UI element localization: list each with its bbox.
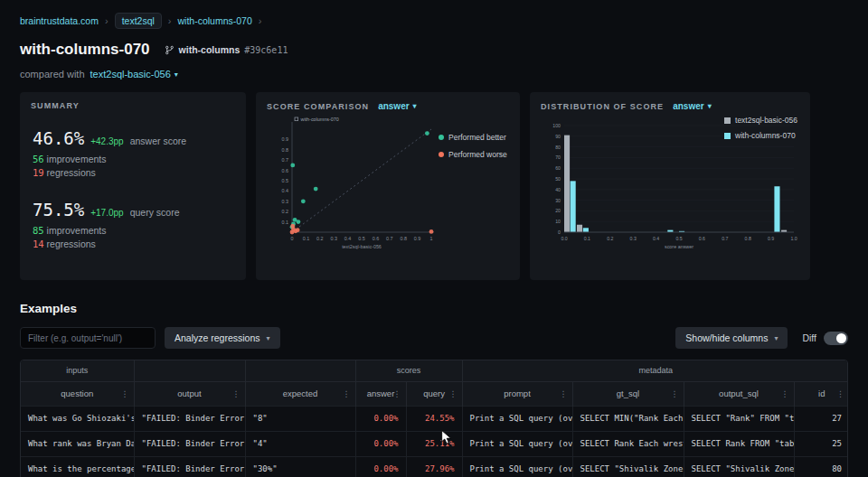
- cell-expected[interactable]: "30%": [245, 456, 355, 477]
- cell-gt_sql[interactable]: SELECT Rank Each wrestl…: [572, 431, 684, 456]
- cell-prompt[interactable]: Print a SQL query (over …: [462, 431, 572, 456]
- legend-dot-better: [439, 135, 444, 140]
- cell-answer[interactable]: 0.00%: [355, 456, 406, 477]
- cell-query[interactable]: 24.55%: [406, 406, 462, 431]
- column-group-inputs: inputs: [21, 360, 134, 381]
- breadcrumb: braintrustdata.com › text2sql › with-col…: [0, 0, 868, 29]
- cell-expected[interactable]: "8": [245, 406, 355, 431]
- svg-text:80: 80: [555, 145, 561, 150]
- column-header-gt_sql[interactable]: gt_sql⋮: [572, 381, 684, 406]
- answer-score-metric: 46.6% +42.3pp answer score 56 improvemen…: [31, 128, 235, 178]
- breadcrumb-project[interactable]: text2sql: [115, 13, 162, 29]
- column-header-prompt[interactable]: prompt⋮: [462, 381, 572, 406]
- toggle-knob: [836, 333, 846, 343]
- breadcrumb-org[interactable]: braintrustdata.com: [20, 15, 99, 26]
- svg-text:0: 0: [558, 229, 561, 235]
- column-menu-icon[interactable]: ⋮: [781, 389, 789, 398]
- cell-query[interactable]: 25.11%: [406, 431, 462, 456]
- cell-gt_sql[interactable]: SELECT MIN("Rank Each wr…: [572, 406, 684, 431]
- cell-output[interactable]: "FAILED: Binder Error: R…: [134, 406, 245, 431]
- table-row[interactable]: What is the percentage o…"FAILED: Binder…: [21, 456, 848, 477]
- cell-id[interactable]: 25: [794, 431, 848, 456]
- column-menu-icon[interactable]: ⋮: [121, 389, 129, 398]
- column-header-query[interactable]: query⋮: [406, 381, 462, 406]
- column-menu-icon[interactable]: ⋮: [393, 389, 401, 398]
- svg-text:0.7: 0.7: [722, 236, 728, 241]
- metric-value: 46.6%: [33, 128, 84, 148]
- svg-text:0.7: 0.7: [282, 157, 289, 163]
- svg-text:0.9: 0.9: [414, 236, 421, 241]
- svg-text:30: 30: [555, 198, 561, 203]
- column-header-expected[interactable]: expected⋮: [245, 381, 355, 406]
- cell-answer[interactable]: 0.00%: [355, 406, 406, 431]
- show-hide-columns-button[interactable]: Show/hide columns ▾: [675, 327, 788, 349]
- column-menu-icon[interactable]: ⋮: [343, 389, 351, 398]
- svg-text:0.2: 0.2: [607, 236, 613, 241]
- cell-output[interactable]: "FAILED: Binder Error: R…: [134, 431, 245, 456]
- cell-answer[interactable]: 0.00%: [355, 431, 406, 456]
- svg-text:0.4: 0.4: [653, 236, 659, 241]
- selected-score-field: answer: [378, 101, 409, 111]
- scatter-legend: Performed better Performed worse: [439, 133, 507, 263]
- column-header-answer[interactable]: answer⋮: [355, 381, 406, 406]
- cell-question[interactable]: What rank was Bryan Dani…: [21, 431, 134, 456]
- compared-with-select[interactable]: text2sql-basic-056 ▾: [90, 69, 178, 80]
- cell-expected[interactable]: "4": [245, 431, 355, 456]
- cell-question[interactable]: What was Go Shiozaki's r…: [21, 406, 134, 431]
- svg-text:0.6: 0.6: [373, 236, 380, 241]
- cell-prompt[interactable]: Print a SQL query (over …: [462, 456, 572, 477]
- panels-row: SUMMARY 46.6% +42.3pp answer score 56 im…: [0, 80, 868, 280]
- cell-gt_sql[interactable]: SELECT "Shivalik Zone" F…: [572, 456, 684, 477]
- cell-output_sql[interactable]: SELECT Rank FROM "table"…: [684, 431, 794, 456]
- svg-text:0.1: 0.1: [584, 236, 590, 241]
- page-title: with-columns-070: [20, 41, 150, 59]
- svg-text:0.9: 0.9: [768, 236, 774, 241]
- column-header-id[interactable]: id⋮: [794, 381, 848, 406]
- filter-input[interactable]: [20, 327, 156, 349]
- scatter-chart: 0.10.20.30.40.50.60.70.80.900.10.20.30.4…: [267, 113, 437, 263]
- cell-output_sql[interactable]: SELECT "Shivalik Zone"/(…: [684, 456, 794, 477]
- cell-output_sql[interactable]: SELECT "Rank" FROM "tabl…: [684, 406, 794, 431]
- cell-query[interactable]: 27.96%: [406, 456, 462, 477]
- svg-text:100: 100: [552, 123, 561, 128]
- column-label: answer: [367, 388, 395, 398]
- cell-id[interactable]: 80: [794, 456, 848, 477]
- chevron-right-icon: ›: [259, 15, 262, 26]
- cell-id[interactable]: 27: [794, 406, 848, 431]
- legend-label: Performed better: [448, 133, 506, 142]
- svg-text:0.3: 0.3: [330, 236, 337, 241]
- column-menu-icon[interactable]: ⋮: [232, 389, 241, 398]
- metric-delta: +42.3pp: [90, 136, 123, 146]
- metric-label: answer score: [130, 136, 186, 146]
- chevron-down-icon: ▾: [413, 102, 417, 110]
- chevron-right-icon: ›: [168, 15, 172, 26]
- chevron-down-icon: ▾: [267, 334, 270, 342]
- column-header-output[interactable]: output⋮: [134, 381, 245, 406]
- breadcrumb-experiment[interactable]: with-columns-070: [178, 15, 252, 26]
- score-field-select[interactable]: answer ▾: [378, 101, 416, 111]
- column-header-output_sql[interactable]: output_sql⋮: [684, 381, 794, 406]
- legend-dot-worse: [439, 152, 444, 157]
- metric-value: 75.5%: [33, 200, 84, 220]
- svg-text:0.0: 0.0: [561, 236, 567, 241]
- svg-text:0.6: 0.6: [699, 236, 705, 241]
- svg-text:0.6: 0.6: [282, 168, 289, 173]
- selected-score-field: answer: [673, 101, 703, 111]
- cell-question[interactable]: What is the percentage o…: [21, 456, 134, 477]
- column-group-blank: [134, 360, 245, 381]
- cell-prompt[interactable]: Print a SQL query (over …: [462, 406, 572, 431]
- diff-toggle[interactable]: [824, 332, 848, 345]
- column-menu-icon[interactable]: ⋮: [560, 389, 568, 398]
- column-menu-icon[interactable]: ⋮: [449, 389, 458, 398]
- cell-output[interactable]: "FAILED: Binder Error: R…: [134, 456, 245, 477]
- legend-item: text2sql-basic-056: [724, 116, 797, 125]
- column-menu-icon[interactable]: ⋮: [836, 389, 844, 398]
- column-menu-icon[interactable]: ⋮: [671, 389, 679, 398]
- table-row[interactable]: What rank was Bryan Dani…"FAILED: Binder…: [21, 431, 848, 456]
- analyze-regressions-button[interactable]: Analyze regressions ▾: [165, 327, 280, 349]
- branch-name: with-columns: [179, 44, 241, 55]
- column-header-question[interactable]: question⋮: [21, 381, 134, 406]
- distribution-field-select[interactable]: answer ▾: [673, 101, 711, 111]
- table-row[interactable]: What was Go Shiozaki's r…"FAILED: Binder…: [21, 406, 848, 431]
- column-label: gt_sql: [617, 388, 639, 398]
